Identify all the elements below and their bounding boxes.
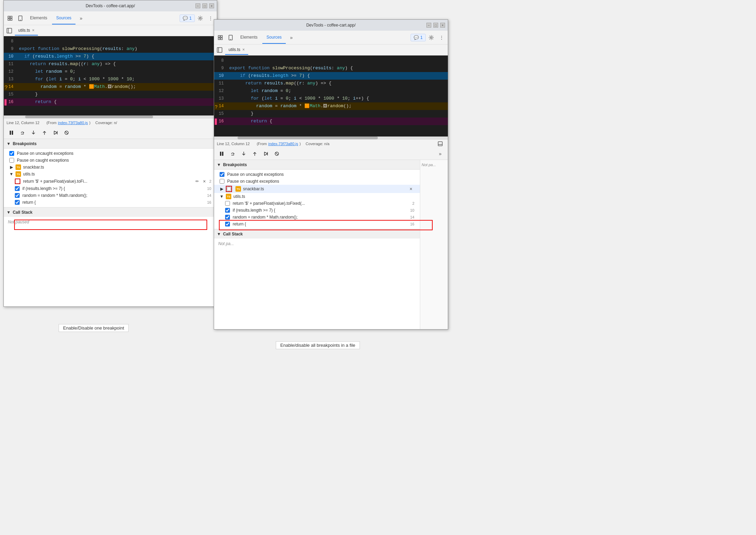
bp-checkbox-if-results-2[interactable]: [225, 208, 230, 213]
bp-checkbox-if-results-1[interactable]: [15, 186, 20, 191]
file-tab-close-1[interactable]: ×: [32, 28, 34, 33]
more-tabs-btn-1[interactable]: »: [76, 13, 86, 23]
bp-line-num-random-1: 14: [207, 193, 211, 198]
deactivate-btn-1[interactable]: [62, 128, 71, 138]
device-icon-1[interactable]: [16, 13, 25, 23]
bp-checkbox-random-2[interactable]: [225, 215, 230, 220]
svg-line-36: [264, 152, 268, 154]
file-tab-utils-1[interactable]: utils.ts ×: [15, 26, 38, 36]
pause-uncaught-checkbox-1[interactable]: [9, 151, 14, 156]
status-source-label-1: (From: [47, 121, 57, 125]
utils-filename-1: utils.ts: [23, 172, 35, 176]
snackbar-filename-2: snackbar.ts: [243, 186, 264, 191]
continue-btn-2[interactable]: [261, 149, 271, 159]
call-stack-header-2[interactable]: ▼ Call Stack: [214, 229, 420, 239]
pause-caught-checkbox-2[interactable]: [220, 179, 224, 184]
cs-title-1: Call Stack: [13, 210, 32, 215]
bp-text-return-brace-2: return {: [233, 222, 246, 226]
tab-elements-1[interactable]: Elements: [26, 12, 51, 24]
bp-edit-pencil-1[interactable]: ✏: [195, 179, 199, 184]
bp-item-random-1: random = random * Math.random(); 14: [4, 192, 217, 199]
step-out-btn-1[interactable]: [40, 128, 49, 138]
bp-checkbox-return-dollar-2[interactable]: [225, 201, 230, 206]
chat-badge-btn-2[interactable]: 💬 1: [411, 34, 426, 41]
pause-uncaught-checkbox-2[interactable]: [220, 172, 224, 177]
tab-sources-2[interactable]: Sources: [262, 31, 286, 44]
file-tabbar-1: utils.ts ×: [4, 25, 217, 36]
snackbar-enable-checkbox-2[interactable]: [227, 187, 231, 191]
inspect-icon-1[interactable]: [5, 13, 15, 23]
call-stack-header-1[interactable]: ▼ Call Stack: [4, 207, 217, 217]
settings-btn-1[interactable]: [195, 13, 205, 23]
bp-file-snackbar-1[interactable]: ▶ TS snackbar.ts: [4, 164, 217, 171]
snackbar-file-icon-2: TS: [235, 186, 241, 192]
code-line-11-1: 11 return results.map((r: any) => {: [4, 60, 217, 68]
minimize-btn-1[interactable]: −: [195, 3, 200, 8]
status-source-link-1[interactable]: index-73f73a80.js: [58, 121, 88, 125]
expand-more-btn-2[interactable]: »: [435, 149, 445, 159]
pause-btn-2[interactable]: [217, 149, 226, 159]
close-btn-2[interactable]: ×: [440, 23, 445, 28]
pause-caught-row-1: Pause on caught exceptions: [4, 157, 217, 164]
code-line-8-2: 8: [214, 57, 448, 64]
menu-btn-2[interactable]: ⋮: [437, 33, 446, 42]
bp-file-snackbar-2[interactable]: ▶ TS snackbar.ts ×: [214, 185, 420, 193]
utils-file-icon-1: TS: [16, 171, 21, 177]
not-paused-text-2: Not pa...: [218, 241, 234, 246]
step-into-btn-1[interactable]: [29, 128, 38, 138]
snackbar-checkbox-area-2[interactable]: [226, 186, 232, 192]
breakpoints-list-2: Pause on uncaught exceptions Pause on ca…: [214, 170, 420, 229]
svg-rect-31: [220, 152, 221, 156]
file-tab-close-2[interactable]: ×: [242, 47, 245, 52]
step-over-btn-1[interactable]: [18, 128, 27, 138]
inspect-icon-2[interactable]: [215, 33, 225, 42]
restore-btn-1[interactable]: □: [202, 3, 207, 8]
chat-icon-1: 💬: [183, 16, 188, 21]
status-source-link-2[interactable]: index-73f73a80.js: [268, 142, 298, 146]
snackbar-close-btn-2[interactable]: ×: [407, 185, 414, 192]
sidebar-toggle-1[interactable]: [5, 27, 13, 35]
svg-rect-0: [8, 16, 10, 18]
bp-checkbox-random-1[interactable]: [15, 193, 20, 198]
bp-item-if-results-2: if (results.length >= 7) { 10: [214, 207, 420, 214]
code-line-15-2: 15 }: [214, 110, 448, 118]
breakpoints-section-2[interactable]: ▼ Breakpoints: [214, 160, 420, 170]
bp-text-return-brace-1: return {: [22, 200, 36, 205]
bp-delete-btn-1[interactable]: ×: [203, 179, 206, 184]
step-into-btn-2[interactable]: [239, 149, 249, 159]
tab-sources-1[interactable]: Sources: [52, 12, 75, 24]
pause-btn-1[interactable]: [7, 128, 16, 138]
continue-btn-1[interactable]: [51, 128, 60, 138]
chat-badge-btn-1[interactable]: 💬 1: [180, 14, 195, 22]
bp-file-utils-2[interactable]: ▼ TS utils.ts: [214, 193, 420, 200]
deactivate-btn-2[interactable]: [272, 149, 282, 159]
pause-caught-checkbox-1[interactable]: [9, 158, 14, 163]
bp-checkbox-return-brace-1[interactable]: [15, 200, 20, 205]
sidebar-toggle-2[interactable]: [215, 46, 224, 54]
bp-file-utils-1[interactable]: ▼ TS utils.ts: [4, 171, 217, 178]
svg-rect-20: [218, 36, 220, 37]
svg-line-19: [65, 131, 68, 134]
step-over-btn-2[interactable]: [228, 149, 238, 159]
code-area-1: 8 9 export function slowProcessing(resul…: [4, 36, 217, 115]
bp-checkbox-return-dollar-1[interactable]: [15, 179, 20, 184]
settings-btn-2[interactable]: [426, 33, 436, 42]
close-btn-1[interactable]: ×: [209, 3, 214, 8]
file-tab-utils-2[interactable]: utils.ts ×: [225, 45, 248, 55]
svg-rect-10: [12, 131, 13, 135]
breakpoints-section-1[interactable]: ▼ Breakpoints: [4, 139, 217, 149]
scrollbar-h-1[interactable]: [4, 115, 217, 118]
scrollbar-h-2[interactable]: [214, 137, 448, 139]
file-tab-name-2: utils.ts: [229, 47, 240, 52]
step-out-btn-2[interactable]: [250, 149, 260, 159]
pause-uncaught-row-2: Pause on uncaught exceptions: [214, 171, 420, 178]
console-drawer-btn-2[interactable]: [435, 139, 445, 149]
minimize-btn-2[interactable]: −: [426, 23, 431, 28]
bp-checkbox-return-brace-2[interactable]: [225, 222, 230, 226]
restore-btn-2[interactable]: □: [433, 23, 438, 28]
tab-elements-2[interactable]: Elements: [236, 31, 262, 44]
bp-line-num-return-brace-2: 16: [410, 222, 414, 226]
more-tabs-btn-2[interactable]: »: [286, 33, 296, 42]
title-1: DevTools - coffee-cart.app/: [85, 3, 135, 8]
device-icon-2[interactable]: [226, 33, 235, 42]
